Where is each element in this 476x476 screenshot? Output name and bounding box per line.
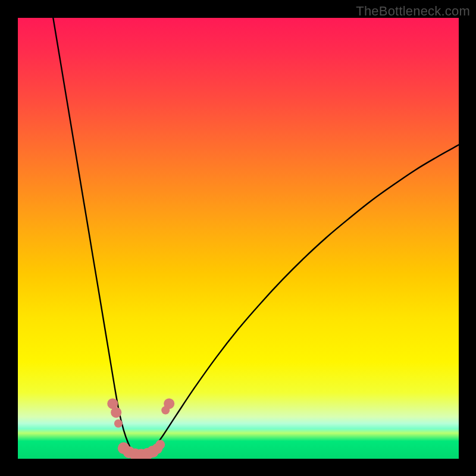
curve-marker [111,407,121,418]
curve-markers [107,398,174,459]
bottleneck-curve [53,18,459,457]
watermark-text: TheBottleneck.com [356,4,470,19]
curve-marker [114,419,123,428]
curve-marker [155,440,165,449]
bottleneck-curve-svg [18,18,459,459]
chart-plot-area [18,18,459,459]
curve-marker [164,398,174,409]
